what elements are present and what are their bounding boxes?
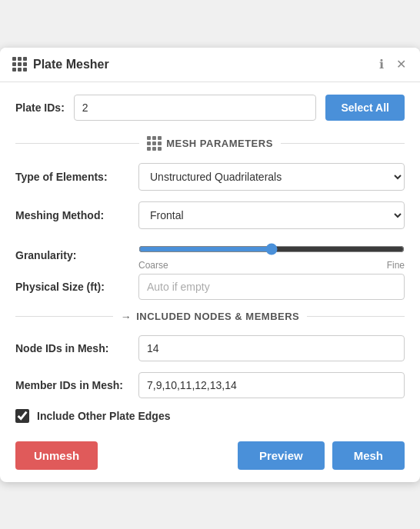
divider-left xyxy=(15,143,139,144)
mesh-button[interactable]: Mesh xyxy=(332,441,405,470)
plate-ids-row: Plate IDs: Select All xyxy=(15,95,405,121)
mesh-parameters-title: MESH PARAMETERS xyxy=(147,136,273,151)
unmesh-button[interactable]: Unmesh xyxy=(15,441,98,470)
plate-ids-input[interactable] xyxy=(74,95,317,121)
node-ids-label: Node IDs in Mesh: xyxy=(15,342,138,354)
slider-labels: Coarse Fine xyxy=(138,260,405,271)
select-all-button[interactable]: Select All xyxy=(325,95,405,121)
member-ids-label: Member IDs in Mesh: xyxy=(15,379,138,391)
footer-buttons: Unmesh Preview Mesh xyxy=(15,438,405,470)
member-ids-input[interactable] xyxy=(138,372,405,398)
physical-size-label: Physical Size (ft): xyxy=(15,281,138,293)
meshing-method-row: Meshing Method: Frontal Delaunay Bamg xyxy=(15,201,405,229)
plate-ids-label: Plate IDs: xyxy=(15,101,65,114)
panel-body: Plate IDs: Select All MESH PARAMETERS Ty… xyxy=(0,82,420,482)
granularity-label: Granularity: xyxy=(15,249,138,261)
info-button[interactable]: ℹ xyxy=(378,57,385,72)
member-ids-row: Member IDs in Mesh: xyxy=(15,372,405,398)
fine-label: Fine xyxy=(387,260,405,271)
included-label: INCLUDED NODES & MEMBERS xyxy=(136,311,299,322)
coarse-label: Coarse xyxy=(138,260,168,271)
included-section: → INCLUDED NODES & MEMBERS Node IDs in M… xyxy=(15,311,405,423)
grid-icon xyxy=(12,57,27,72)
included-divider: → INCLUDED NODES & MEMBERS xyxy=(15,311,405,323)
include-other-label: Include Other Plate Edges xyxy=(37,410,171,422)
preview-button[interactable]: Preview xyxy=(238,441,325,470)
arrow-icon: → xyxy=(121,311,132,323)
slider-wrapper xyxy=(138,240,405,258)
granularity-slider[interactable] xyxy=(138,243,405,255)
plate-mesher-panel: Plate Mesher ℹ ✕ Plate IDs: Select All M… xyxy=(0,48,420,482)
mesh-parameters-label: MESH PARAMETERS xyxy=(166,138,273,149)
type-of-elements-control: Unstructured Quadrilaterals Structured Q… xyxy=(138,163,405,191)
include-other-checkbox[interactable] xyxy=(15,409,29,423)
divider-right xyxy=(281,143,405,144)
granularity-row: Granularity: Coarse Fine xyxy=(15,240,405,271)
title-text: Plate Mesher xyxy=(33,58,109,72)
close-button[interactable]: ✕ xyxy=(395,57,408,72)
meshing-method-select[interactable]: Frontal Delaunay Bamg xyxy=(138,201,405,229)
node-ids-row: Node IDs in Mesh: xyxy=(15,335,405,361)
included-title: → INCLUDED NODES & MEMBERS xyxy=(121,311,300,323)
footer-right-buttons: Preview Mesh xyxy=(238,441,405,470)
included-divider-left xyxy=(15,316,113,317)
meshing-method-label: Meshing Method: xyxy=(15,209,138,221)
type-of-elements-select[interactable]: Unstructured Quadrilaterals Structured Q… xyxy=(138,163,405,191)
mesh-parameters-divider: MESH PARAMETERS xyxy=(15,136,405,151)
meshing-method-control: Frontal Delaunay Bamg xyxy=(138,201,405,229)
section-grid-icon xyxy=(147,136,162,151)
panel-header: Plate Mesher ℹ ✕ xyxy=(0,48,420,82)
physical-size-input[interactable] xyxy=(138,274,405,300)
header-icons: ℹ ✕ xyxy=(378,57,408,72)
type-of-elements-row: Type of Elements: Unstructured Quadrilat… xyxy=(15,163,405,191)
type-of-elements-label: Type of Elements: xyxy=(15,171,138,183)
physical-size-row: Physical Size (ft): xyxy=(15,274,405,300)
node-ids-input[interactable] xyxy=(138,335,405,361)
granularity-control: Coarse Fine xyxy=(138,240,405,271)
include-other-row: Include Other Plate Edges xyxy=(15,409,405,423)
panel-title: Plate Mesher xyxy=(12,57,109,72)
included-divider-right xyxy=(307,316,405,317)
